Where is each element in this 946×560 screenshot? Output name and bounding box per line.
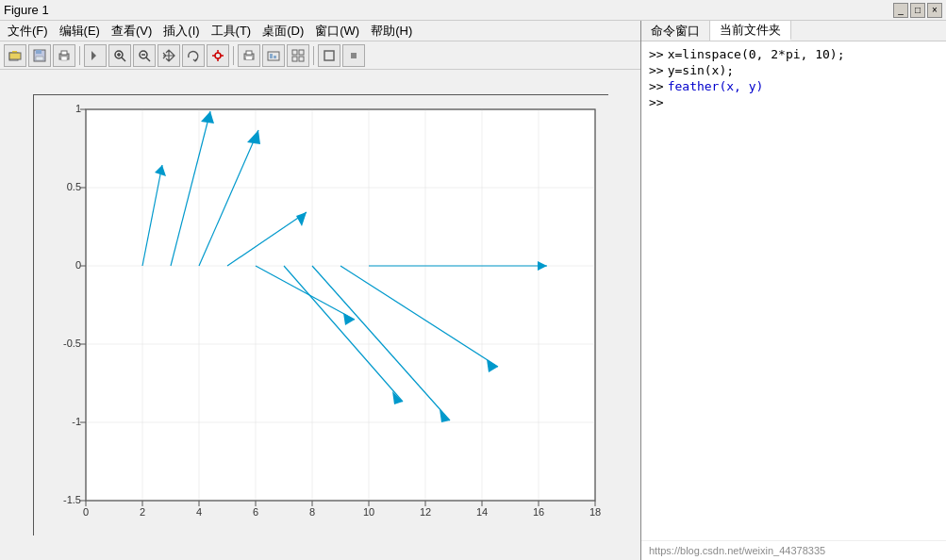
plot-svg: 1 0.5 0 -0.5 -1 -1.5 0 2 4 6 8 10 12 14 bbox=[34, 95, 609, 536]
toolbar bbox=[0, 41, 640, 70]
svg-text:0: 0 bbox=[75, 259, 80, 271]
svg-line-10 bbox=[122, 58, 125, 61]
svg-text:1: 1 bbox=[75, 103, 80, 114]
svg-text:4: 4 bbox=[195, 506, 201, 518]
svg-line-14 bbox=[146, 58, 150, 61]
menu-view[interactable]: 查看(V) bbox=[106, 21, 158, 41]
svg-text:8: 8 bbox=[308, 506, 314, 518]
toolbar-print[interactable] bbox=[53, 44, 75, 67]
svg-rect-25 bbox=[270, 54, 273, 58]
menu-help[interactable]: 帮助(H) bbox=[365, 21, 418, 41]
cmd-prompt-4: >> bbox=[649, 95, 664, 109]
svg-rect-23 bbox=[246, 57, 252, 59]
cmd-line-3: >> feather(x, y) bbox=[649, 79, 938, 93]
cmd-line-4: >> bbox=[649, 95, 938, 109]
toolbar-smallsquare[interactable] bbox=[342, 44, 365, 67]
maximize-button[interactable]: □ bbox=[910, 3, 925, 18]
title-bar-left: Figure 1 bbox=[4, 3, 49, 17]
title-bar-controls[interactable]: _ □ × bbox=[893, 3, 942, 18]
menu-file[interactable]: 文件(F) bbox=[2, 21, 54, 41]
toolbar-arrow[interactable] bbox=[84, 44, 107, 67]
svg-rect-29 bbox=[292, 57, 297, 61]
toolbar-figureprop[interactable] bbox=[262, 44, 285, 67]
svg-text:6: 6 bbox=[252, 506, 257, 518]
svg-text:16: 16 bbox=[532, 506, 543, 518]
toolbar-square[interactable] bbox=[318, 44, 340, 67]
plot-container: 1 0.5 0 -0.5 -1 -1.5 0 2 4 6 8 10 12 14 bbox=[0, 70, 640, 560]
svg-rect-22 bbox=[246, 51, 252, 55]
tab-command-window[interactable]: 命令窗口 bbox=[641, 21, 710, 41]
svg-rect-27 bbox=[292, 50, 297, 55]
cmd-prompt-1: >> bbox=[649, 47, 664, 61]
cmd-text-2: y=sin(x); bbox=[668, 63, 734, 77]
toolbar-layout[interactable] bbox=[287, 44, 309, 67]
command-content: >> x=linspace(0, 2*pi, 10); >> y=sin(x);… bbox=[641, 41, 946, 540]
svg-rect-31 bbox=[324, 51, 334, 60]
svg-text:12: 12 bbox=[419, 506, 430, 518]
svg-text:-1: -1 bbox=[72, 416, 81, 427]
svg-rect-7 bbox=[61, 51, 67, 55]
svg-rect-4 bbox=[36, 50, 41, 54]
svg-rect-32 bbox=[351, 53, 357, 58]
svg-rect-30 bbox=[299, 57, 304, 61]
svg-text:-1.5: -1.5 bbox=[63, 494, 81, 505]
svg-text:0: 0 bbox=[82, 506, 88, 518]
window-title: Figure 1 bbox=[4, 3, 49, 17]
toolbar-sep-3 bbox=[313, 46, 314, 65]
cmd-prompt-3: >> bbox=[649, 79, 664, 93]
toolbar-sep-2 bbox=[233, 46, 234, 65]
cmd-prompt-2: >> bbox=[649, 63, 664, 77]
menu-insert[interactable]: 插入(I) bbox=[158, 21, 205, 41]
minimize-button[interactable]: _ bbox=[893, 3, 908, 18]
close-button[interactable]: × bbox=[927, 3, 942, 18]
menu-tools[interactable]: 工具(T) bbox=[206, 21, 257, 41]
cmd-line-2: >> y=sin(x); bbox=[649, 63, 938, 77]
toolbar-print2[interactable] bbox=[238, 44, 260, 67]
svg-text:14: 14 bbox=[475, 506, 487, 518]
svg-text:-0.5: -0.5 bbox=[63, 338, 81, 349]
toolbar-sep-1 bbox=[79, 46, 80, 65]
toolbar-rotate[interactable] bbox=[182, 44, 205, 67]
cmd-line-1: >> x=linspace(0, 2*pi, 10); bbox=[649, 47, 938, 61]
right-panel: 命令窗口 当前文件夹 >> x=linspace(0, 2*pi, 10); >… bbox=[641, 21, 946, 560]
toolbar-zoom-out[interactable] bbox=[133, 44, 156, 67]
cmd-text-1: x=linspace(0, 2*pi, 10); bbox=[668, 47, 845, 61]
svg-point-16 bbox=[215, 53, 221, 58]
svg-rect-26 bbox=[274, 56, 276, 58]
svg-text:2: 2 bbox=[139, 506, 144, 518]
svg-rect-2 bbox=[9, 53, 21, 59]
svg-rect-8 bbox=[61, 57, 67, 60]
tab-current-folder[interactable]: 当前文件夹 bbox=[710, 21, 791, 41]
svg-text:18: 18 bbox=[589, 506, 600, 518]
menu-window[interactable]: 窗口(W) bbox=[309, 21, 365, 41]
svg-text:10: 10 bbox=[362, 506, 373, 518]
main-layout: 文件(F) 编辑(E) 查看(V) 插入(I) 工具(T) 桌面(D) 窗口(W… bbox=[0, 21, 946, 560]
toolbar-open[interactable] bbox=[4, 44, 26, 67]
menu-edit[interactable]: 编辑(E) bbox=[54, 21, 106, 41]
svg-rect-5 bbox=[36, 57, 43, 60]
toolbar-zoom-in[interactable] bbox=[108, 44, 131, 67]
figure-window: 文件(F) 编辑(E) 查看(V) 插入(I) 工具(T) 桌面(D) 窗口(W… bbox=[0, 21, 641, 560]
toolbar-save[interactable] bbox=[28, 44, 51, 67]
svg-text:0.5: 0.5 bbox=[66, 181, 80, 192]
plot-area: 1 0.5 0 -0.5 -1 -1.5 0 2 4 6 8 10 12 14 bbox=[33, 94, 608, 535]
toolbar-datacursor[interactable] bbox=[207, 44, 229, 67]
svg-rect-28 bbox=[299, 50, 304, 55]
toolbar-pan[interactable] bbox=[158, 44, 180, 67]
title-bar: Figure 1 _ □ × bbox=[0, 0, 946, 21]
menu-bar: 文件(F) 编辑(E) 查看(V) 插入(I) 工具(T) 桌面(D) 窗口(W… bbox=[0, 21, 640, 41]
footer-url: https://blog.csdn.net/weixin_44378335 bbox=[641, 540, 946, 560]
cmd-text-3: feather(x, y) bbox=[668, 79, 764, 93]
menu-desktop[interactable]: 桌面(D) bbox=[257, 21, 309, 41]
right-panel-tabs: 命令窗口 当前文件夹 bbox=[641, 21, 946, 41]
